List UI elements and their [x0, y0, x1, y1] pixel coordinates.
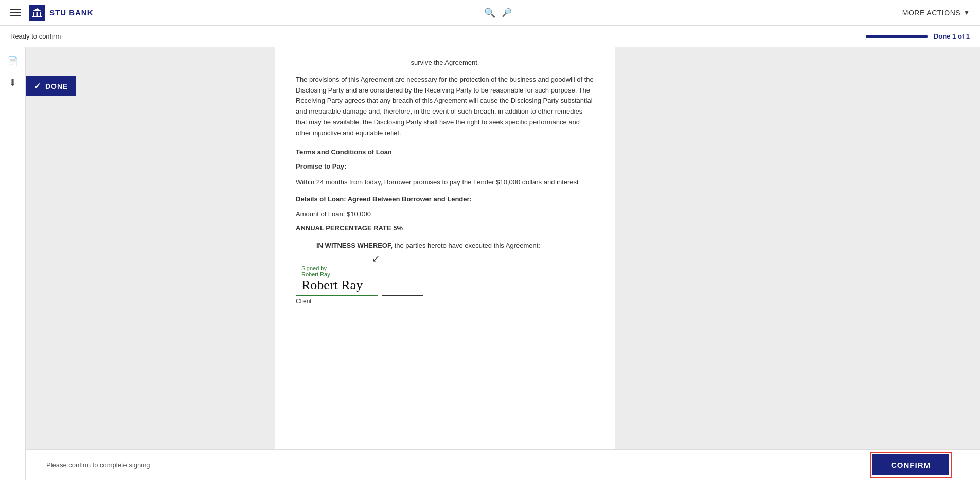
sub-header: Ready to confirm Done 1 of 1 [0, 26, 980, 47]
doc-section-title: Terms and Conditions of Loan [296, 147, 594, 158]
ready-to-confirm-text: Ready to confirm [10, 32, 61, 40]
chevron-down-icon: ▼ [964, 9, 970, 16]
more-actions-area[interactable]: MORE ACTIONS ▼ [902, 9, 970, 17]
progress-bar-container [866, 35, 928, 38]
svg-rect-0 [33, 12, 34, 16]
doc-details-title: Details of Loan: Agreed Between Borrower… [296, 194, 594, 205]
confirm-button[interactable]: CONFIRM [872, 454, 949, 475]
search-zoom-icon[interactable]: 🔎 [502, 8, 512, 17]
more-actions-label: MORE ACTIONS [902, 9, 960, 17]
right-panel [615, 47, 980, 480]
doc-witness: IN WITNESS WHEREOF, the parties hereto h… [316, 241, 594, 251]
progress-area: Done 1 of 1 [866, 32, 970, 40]
doc-witness-bold: IN WITNESS WHEREOF, [316, 242, 393, 249]
doc-promise-title: Promise to Pay: [296, 161, 594, 172]
logo-area: STU BANK [29, 5, 94, 21]
header-left: STU BANK [10, 5, 94, 21]
sig-name-label: Robert Ray [301, 271, 371, 278]
left-panel: ✓ DONE [26, 47, 275, 480]
signature-area: Signed by Robert Ray Robert Ray ↙ [296, 262, 594, 296]
client-label: Client [296, 298, 594, 305]
doc-promise-text: Within 24 months from today, Borrower pr… [296, 177, 594, 188]
svg-rect-4 [32, 16, 42, 17]
sig-arrow-icon: ↙ [372, 253, 380, 264]
svg-marker-3 [32, 8, 42, 11]
hamburger-menu[interactable] [10, 9, 21, 16]
doc-paragraph-survive: survive the Agreement. [296, 58, 594, 68]
done-badge[interactable]: ✓ DONE [26, 76, 76, 96]
doc-apr-label: ANNUAL PERCENTAGE RATE 5% [296, 223, 594, 234]
bank-logo-icon [29, 5, 45, 21]
progress-bar [866, 35, 928, 38]
document-page: survive the Agreement. The provisions of… [275, 47, 615, 480]
svg-rect-2 [40, 12, 41, 16]
document-icon[interactable]: 📄 [7, 56, 19, 67]
doc-paragraph-provisions: The provisions of this Agreement are nec… [296, 75, 594, 139]
confirm-message: Please confirm to complete signing [46, 461, 872, 469]
doc-witness-text: the parties hereto have executed this Ag… [393, 242, 540, 249]
signature-box: Signed by Robert Ray Robert Ray ↙ [296, 262, 378, 296]
check-icon: ✓ [34, 81, 41, 91]
sig-line [382, 295, 423, 296]
header: STU BANK 🔍 🔎 MORE ACTIONS ▼ [0, 0, 980, 26]
search-icon[interactable]: 🔍 [484, 7, 495, 19]
download-icon[interactable]: ⬇ [9, 77, 16, 88]
bottom-bar: Please confirm to complete signing CONFI… [26, 449, 980, 480]
doc-amount-label: Amount of Loan: $10,000 [296, 209, 594, 220]
sig-signed-by-label: Signed by [301, 265, 371, 271]
sig-script: Robert Ray [301, 279, 371, 292]
done-badge-label: DONE [45, 82, 68, 90]
sidebar: 📄 ⬇ [0, 47, 26, 480]
svg-rect-1 [37, 12, 38, 16]
bank-name: STU BANK [49, 8, 94, 17]
header-center: 🔍 🔎 [484, 7, 512, 19]
done-label: Done 1 of 1 [934, 32, 970, 40]
main-area: ✓ DONE survive the Agreement. The provis… [26, 47, 980, 480]
